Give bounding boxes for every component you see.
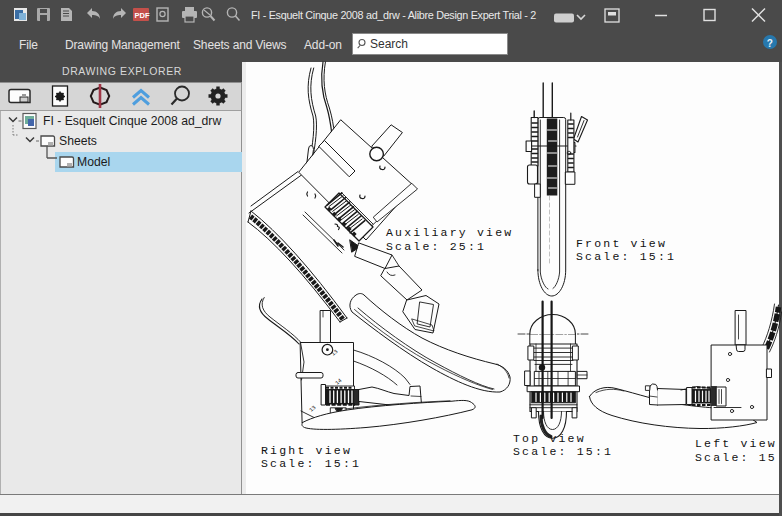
svg-text:Left view: Left view	[695, 437, 777, 450]
svg-text:Top view: Top view	[513, 432, 586, 445]
svg-text:Right view: Right view	[261, 444, 352, 457]
svg-text:PDF: PDF	[135, 11, 150, 20]
svg-text:Front view: Front view	[576, 237, 667, 250]
svg-text:Scale: 15: Scale: 15	[695, 451, 777, 464]
svg-text:Scale: 15:1: Scale: 15:1	[513, 445, 613, 458]
svg-text:?: ?	[767, 38, 773, 49]
svg-text:Scale: 25:1: Scale: 25:1	[386, 240, 486, 253]
svg-text:FI - Esquelt Cinque 2008 ad_dr: FI - Esquelt Cinque 2008 ad_drw - Alibre…	[251, 9, 536, 21]
svg-text:Scale: 15:1: Scale: 15:1	[576, 250, 676, 263]
svg-text:Scale: 15:1: Scale: 15:1	[261, 457, 361, 470]
svg-text:Auxiliary view: Auxiliary view	[386, 226, 513, 239]
